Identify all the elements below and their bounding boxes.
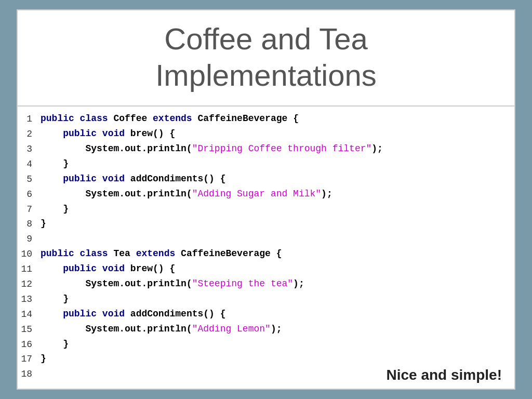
line-number: 18 bbox=[18, 367, 37, 382]
line-number: 16 bbox=[18, 337, 37, 352]
table-row: 1 public class Coffee extends CaffeineBe… bbox=[18, 112, 514, 127]
line-number: 9 bbox=[18, 232, 37, 247]
table-row: 14 public void addCondiments() { bbox=[18, 307, 514, 322]
table-row: 16 } bbox=[18, 337, 514, 352]
line-number: 5 bbox=[18, 172, 37, 187]
code-table: 1 public class Coffee extends CaffeineBe… bbox=[18, 112, 514, 382]
slide-title: Coffee and Tea Implementations bbox=[33, 21, 499, 93]
line-code: public void brew() { bbox=[37, 127, 514, 142]
table-row: 9 bbox=[18, 232, 514, 247]
table-row: 7 } bbox=[18, 202, 514, 217]
line-number: 2 bbox=[18, 127, 37, 142]
table-row: 3 System.out.println("Dripping Coffee th… bbox=[18, 142, 514, 157]
line-code: System.out.println("Dripping Coffee thro… bbox=[37, 142, 514, 157]
line-number: 14 bbox=[18, 307, 37, 322]
table-row: 17 } bbox=[18, 352, 514, 367]
line-number: 11 bbox=[18, 262, 37, 277]
table-row: 5 public void addCondiments() { bbox=[18, 172, 514, 187]
line-code: public class Coffee extends CaffeineBeve… bbox=[37, 112, 514, 127]
line-code: } bbox=[37, 217, 514, 232]
table-row: 12 System.out.println("Steeping the tea"… bbox=[18, 277, 514, 292]
title-box: Coffee and Tea Implementations bbox=[17, 9, 515, 107]
line-number: 12 bbox=[18, 277, 37, 292]
line-code: } bbox=[37, 157, 514, 172]
table-row: 13 } bbox=[18, 292, 514, 307]
line-code: public void addCondiments() { bbox=[37, 172, 514, 187]
code-box: 1 public class Coffee extends CaffeineBe… bbox=[17, 107, 515, 390]
line-code: public void addCondiments() { bbox=[37, 307, 514, 322]
line-number: 3 bbox=[18, 142, 37, 157]
line-number: 7 bbox=[18, 202, 37, 217]
table-row: 6 System.out.println("Adding Sugar and M… bbox=[18, 187, 514, 202]
table-row: 11 public void brew() { bbox=[18, 262, 514, 277]
nice-simple-label: Nice and simple! bbox=[386, 367, 502, 383]
line-code: } bbox=[37, 337, 514, 352]
table-row: 15 System.out.println("Adding Lemon"); bbox=[18, 322, 514, 337]
table-row: 8 } bbox=[18, 217, 514, 232]
line-code bbox=[37, 232, 514, 247]
table-row: 2 public void brew() { bbox=[18, 127, 514, 142]
line-number: 6 bbox=[18, 187, 37, 202]
table-row: 10 public class Tea extends CaffeineBeve… bbox=[18, 247, 514, 262]
line-number: 8 bbox=[18, 217, 37, 232]
line-number: 1 bbox=[18, 112, 37, 127]
line-code: public void brew() { bbox=[37, 262, 514, 277]
line-number: 4 bbox=[18, 157, 37, 172]
line-code: } bbox=[37, 352, 514, 367]
line-number: 13 bbox=[18, 292, 37, 307]
line-code: } bbox=[37, 202, 514, 217]
line-code: System.out.println("Steeping the tea"); bbox=[37, 277, 514, 292]
line-code: } bbox=[37, 292, 514, 307]
line-code: public class Tea extends CaffeineBeverag… bbox=[37, 247, 514, 262]
line-code: System.out.println("Adding Lemon"); bbox=[37, 322, 514, 337]
line-number: 10 bbox=[18, 247, 37, 262]
table-row: 4 } bbox=[18, 157, 514, 172]
line-code: System.out.println("Adding Sugar and Mil… bbox=[37, 187, 514, 202]
line-number: 15 bbox=[18, 322, 37, 337]
line-number: 17 bbox=[18, 352, 37, 367]
